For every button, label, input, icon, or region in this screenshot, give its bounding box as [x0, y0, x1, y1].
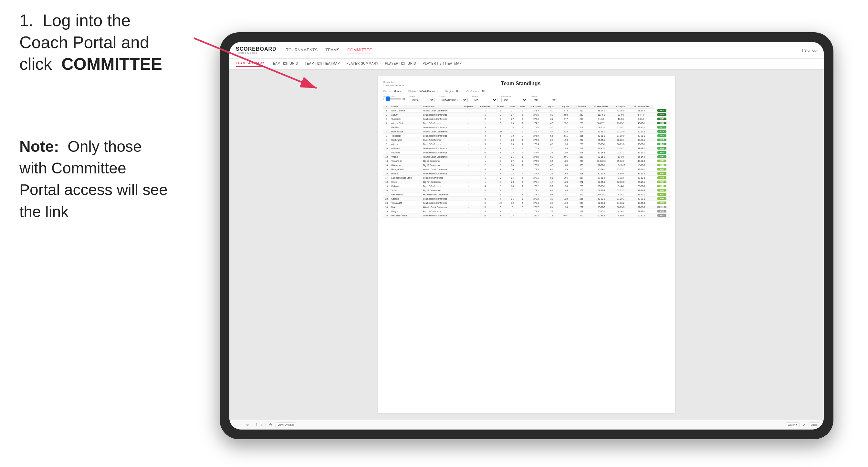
cell-conf-rank: 3 — [476, 142, 494, 146]
cell-adj-sg: -6.2 — [545, 167, 559, 172]
cell-adj-score: 276.4 — [528, 142, 544, 146]
cell-adj-sg: -6.2 — [545, 117, 559, 121]
share-button[interactable]: Share — [809, 423, 820, 427]
toolbar-bookmark-icon[interactable]: + — [260, 423, 262, 427]
cell-rnds: 27 — [507, 159, 518, 163]
gender-select[interactable]: Men's — [409, 98, 435, 102]
subnav-player-h2h-heatmap[interactable]: PLAYER H2H HEATMAP — [423, 62, 462, 66]
cell-conf-rank: 9 — [476, 201, 494, 205]
cell-points: 60.57 — [654, 155, 670, 159]
cell-points: 60.71 — [654, 151, 670, 155]
cell-school: Alabama — [390, 146, 422, 151]
cell-low-score: 104-63-3 — [590, 159, 613, 163]
cell-adj-sg: -3.8 — [545, 197, 559, 201]
subnav-player-summary[interactable]: PLAYER SUMMARY — [346, 62, 378, 66]
cell-adj-sg: -0.4 — [545, 205, 559, 209]
cell-wins: 6 — [518, 113, 528, 117]
cell-vs25: 20-39-1 — [629, 197, 654, 201]
cell-avg-sg: 1.98 — [559, 138, 573, 142]
cell-low-score: 83-25-1 — [590, 184, 613, 188]
cell-school: Washington — [390, 138, 422, 142]
division-filter-display: Division: NCAA Division I — [408, 90, 438, 93]
subnav-team-h2h-heatmap[interactable]: TEAM H2H HEATMAP — [305, 62, 340, 66]
nav-committee[interactable]: COMMITTEE — [347, 46, 372, 54]
table-row: 2 Auburn Southeastern Conference – 1 9 2… — [383, 113, 670, 117]
cell-conference: Southeastern Conference — [422, 134, 461, 138]
cell-conference: Atlantic Coast Conference — [422, 129, 461, 134]
view-original-button[interactable]: View: Original — [276, 423, 296, 427]
cell-overall: 9-24-0 — [613, 172, 629, 176]
toolbar-back-icon[interactable]: ← — [233, 423, 237, 427]
cell-reg-rank: – — [461, 167, 476, 172]
cell-avg-rd: 265 — [573, 121, 590, 125]
cell-low-score: 88-17-0 — [590, 108, 613, 113]
cell-vs25: 23-33-1 — [629, 209, 654, 214]
cell-rank: 9 — [383, 142, 390, 146]
nav-teams[interactable]: TEAMS — [326, 46, 340, 54]
cell-low-score: 109-24-2 — [590, 192, 613, 197]
col-vs25: Vs Top 25 — [613, 105, 629, 109]
table-row: 17 East Tennessee State Southern Confere… — [383, 176, 670, 180]
toolbar-refresh-icon[interactable]: ↻ — [246, 423, 249, 427]
cell-rnds: 25 — [507, 176, 518, 180]
cell-conference: Big 12 Conference — [422, 159, 461, 163]
cell-overall: 18-12-1 — [613, 138, 629, 142]
cell-adj-sg: -1.8 — [545, 214, 559, 218]
cell-overall: 23-11-3 — [613, 151, 629, 155]
toolbar-forward-icon[interactable]: → — [240, 423, 243, 427]
cell-rnds: 30 — [507, 201, 518, 205]
note-area: Note: Only those with Committee Portal a… — [20, 136, 168, 222]
cell-conference: Southeastern Conference — [422, 125, 461, 129]
subnav-player-h2h-grid[interactable]: PLAYER H2H GRID — [385, 62, 416, 66]
cell-avg-rd: 260 — [573, 184, 590, 188]
cell-conference: Southeastern Conference — [422, 113, 461, 117]
cell-avg-sg: 2.11 — [559, 134, 573, 138]
division-select[interactable]: NCAA Division I — [439, 98, 468, 102]
cell-adj-sg: -5.1 — [545, 184, 559, 188]
cell-school: Auburn — [390, 113, 422, 117]
region-select[interactable]: N/A — [472, 98, 497, 102]
cell-vs25: 40-19-1 — [629, 121, 654, 125]
cell-avg-rd: 203 — [573, 117, 590, 121]
cell-wins: 6 — [518, 117, 528, 121]
col-points: Vs Top 50 Points — [629, 105, 654, 109]
subnav-team-h2h-grid[interactable]: TEAM H2H GRID — [271, 62, 298, 66]
cell-adj-score: 274.8 — [528, 125, 544, 129]
cell-adj-score: 275.9 — [528, 134, 544, 138]
cell-conference: Southeastern Conference — [422, 117, 461, 121]
min-rounds-min: 4 — [383, 98, 384, 100]
cell-rank: 13 — [383, 159, 390, 163]
cell-low-score: 87-21-2 — [590, 176, 613, 180]
school-select[interactable]: (All) — [531, 98, 557, 102]
table-row: 14 Oklahoma Big 12 Conference – 2 8 24 2… — [383, 163, 670, 167]
watch-button[interactable]: Watch ▾ — [786, 423, 800, 427]
cell-overall: 42-16-0 — [613, 108, 629, 113]
toolbar-expand-icon[interactable]: ⤢ — [803, 423, 805, 427]
nav-tournaments[interactable]: TOURNAMENTS — [286, 46, 318, 54]
cell-low-score: 86-25-1 — [590, 142, 613, 146]
cell-no-tour: 8 — [494, 151, 507, 155]
cell-wins: 3 — [518, 151, 528, 155]
cell-reg-rank: – — [461, 205, 476, 209]
cell-low-score: 92-40-3 — [590, 201, 613, 205]
cell-adj-sg: -4.0 — [545, 121, 559, 125]
cell-overall: 15-32-0 — [613, 159, 629, 163]
toolbar-share-icon-2[interactable]: ⤴ — [255, 423, 257, 427]
cell-rnds: 26 — [507, 121, 518, 125]
cell-no-tour: 6 — [494, 125, 507, 129]
cell-adj-sg: -4.6 — [545, 142, 559, 146]
cell-rnds: 27 — [507, 108, 518, 113]
cell-avg-sg: 2.77 — [559, 117, 573, 121]
conference-select[interactable]: (All) — [501, 98, 527, 102]
note-label: Note: — [20, 138, 59, 155]
cell-school: Virginia — [390, 155, 422, 159]
cell-conference: Southern Conference — [422, 176, 461, 180]
cell-avg-sg: 2.20 — [559, 129, 573, 134]
cell-adj-score: 278.2 — [528, 184, 544, 188]
cell-rnds: 23 — [507, 180, 518, 184]
cell-conf-rank: 4 — [476, 134, 494, 138]
min-rounds-slider[interactable] — [385, 98, 402, 99]
cell-school: Arizona — [390, 142, 422, 146]
sign-out-link[interactable]: Sign out — [804, 49, 817, 52]
subnav-team-summary[interactable]: TEAM SUMMARY — [236, 61, 264, 67]
